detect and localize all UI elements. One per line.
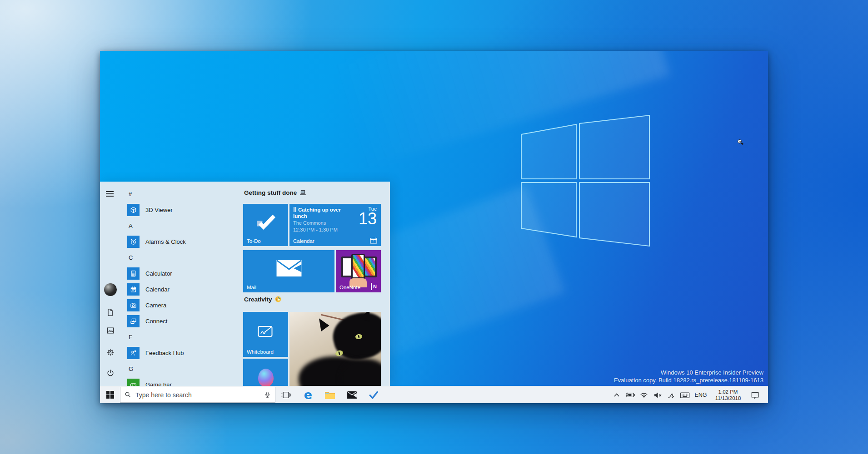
microphone-icon[interactable] xyxy=(264,391,271,399)
battery-charging-icon xyxy=(625,392,635,398)
language-indicator[interactable]: ENG xyxy=(692,392,710,398)
screen: Windows 10 Enterprise Insider Preview Ev… xyxy=(100,51,768,403)
tile-cortana[interactable] xyxy=(243,359,288,386)
tile-label: Mail xyxy=(247,285,256,290)
chevron-up-icon xyxy=(614,393,620,397)
tile-todo[interactable]: To-Do xyxy=(243,204,288,246)
tile-whiteboard[interactable]: Whiteboard xyxy=(243,312,288,357)
app-list-letter[interactable]: G xyxy=(121,361,243,377)
search-input[interactable] xyxy=(135,391,264,399)
onenote-graphic xyxy=(339,254,377,280)
system-tray: ENG 1:02 PM 11/13/2018 xyxy=(610,386,768,403)
task-view-icon xyxy=(281,390,291,400)
search-icon xyxy=(124,391,132,399)
settings-button[interactable] xyxy=(104,346,117,359)
app-row-connect[interactable]: Connect xyxy=(121,313,243,329)
app-list-letter[interactable]: C xyxy=(121,250,243,266)
app-row-feedback-hub[interactable]: Feedback Hub xyxy=(121,345,243,361)
tile-group-header: Getting stuff done xyxy=(244,188,306,197)
pictures-button[interactable] xyxy=(104,324,117,337)
watermark-line1: Windows 10 Enterprise Insider Preview xyxy=(614,369,763,376)
taskbar: e xyxy=(100,386,768,403)
tile-calendar[interactable]: Catching up over lunch The Commons 12:30… xyxy=(289,204,381,246)
tile-group-header: Creativity xyxy=(244,295,281,304)
onenote-logo-icon: N xyxy=(371,283,378,290)
start-app-list: # 3D Viewer A Alarms & Clock C Calculato… xyxy=(121,182,243,386)
tile-label: Calendar xyxy=(293,238,314,244)
start-button[interactable] xyxy=(100,386,120,403)
wifi-button[interactable] xyxy=(637,392,651,399)
app-row-camera[interactable]: Camera xyxy=(121,297,243,313)
hamburger-menu-icon[interactable] xyxy=(106,191,114,197)
cortana-balloon-icon xyxy=(258,369,274,386)
tile-label: To-Do xyxy=(247,238,261,244)
start-menu-rail xyxy=(100,182,121,386)
laptop-emoji-icon xyxy=(299,190,306,196)
desktop-stage: Windows 10 Enterprise Insider Preview Ev… xyxy=(0,0,868,454)
event-location: The Commons xyxy=(293,220,355,226)
calendar-event: Catching up over lunch The Commons 12:30… xyxy=(293,207,355,233)
tray-overflow-button[interactable] xyxy=(610,393,624,397)
edge-button[interactable]: e xyxy=(297,386,319,403)
mail-icon xyxy=(347,391,357,399)
taskbar-search[interactable] xyxy=(120,387,275,403)
watermark-line2: Evaluation copy. Build 18282.rs_prerelea… xyxy=(614,376,763,384)
fork-knife-emoji-icon xyxy=(293,207,297,212)
game-bar-icon xyxy=(129,380,138,386)
action-center-button[interactable] xyxy=(746,391,763,399)
wifi-icon xyxy=(640,392,648,399)
app-row-calculator[interactable]: Calculator xyxy=(121,266,243,281)
touch-keyboard-button[interactable] xyxy=(678,392,692,399)
app-row-3d-viewer[interactable]: 3D Viewer xyxy=(121,202,243,218)
start-menu: # 3D Viewer A Alarms & Clock C Calculato… xyxy=(100,182,390,386)
app-row-game-bar[interactable]: Game bar xyxy=(121,377,243,386)
app-row-calendar[interactable]: Calendar xyxy=(121,281,243,297)
mouse-cursor xyxy=(738,139,743,144)
todo-check-icon xyxy=(369,391,379,399)
pictures-icon xyxy=(106,326,115,335)
task-view-button[interactable] xyxy=(275,386,297,403)
3d-viewer-icon xyxy=(129,206,138,214)
volume-muted-icon xyxy=(653,392,662,399)
tile-onenote[interactable]: OneNote N xyxy=(336,250,381,292)
todo-check-icon xyxy=(256,214,276,230)
file-explorer-button[interactable] xyxy=(319,386,341,403)
gear-icon xyxy=(106,348,115,357)
windows-logo xyxy=(520,114,650,248)
app-list-letter[interactable]: # xyxy=(121,186,243,202)
app-list-letter[interactable]: F xyxy=(121,329,243,345)
start-tiles: Getting stuff done To-Do Catching up ove… xyxy=(243,182,390,386)
taskbar-clock[interactable]: 1:02 PM 11/13/2018 xyxy=(711,389,745,401)
tray-date: 11/13/2018 xyxy=(711,395,745,401)
event-time: 12:30 PM - 1:30 PM xyxy=(293,227,355,233)
keyboard-icon xyxy=(680,392,690,399)
palette-emoji-icon xyxy=(275,296,281,302)
action-center-icon xyxy=(751,391,759,399)
user-avatar[interactable] xyxy=(104,283,117,296)
camera-icon xyxy=(129,301,138,310)
whiteboard-icon xyxy=(258,325,274,338)
connect-icon xyxy=(129,317,138,326)
app-list-letter[interactable]: A xyxy=(121,218,243,234)
tile-mail[interactable]: Mail xyxy=(243,250,334,292)
feedback-hub-icon xyxy=(129,349,138,357)
windows-ink-button[interactable] xyxy=(664,391,678,399)
calendar-date-block: Tue 13 xyxy=(359,206,377,227)
power-icon xyxy=(106,369,115,378)
tray-time: 1:02 PM xyxy=(711,389,745,395)
tile-label: Whiteboard xyxy=(247,349,274,355)
windows-start-icon xyxy=(106,391,114,399)
alarm-clock-icon xyxy=(129,237,138,246)
insider-watermark: Windows 10 Enterprise Insider Preview Ev… xyxy=(614,369,763,384)
volume-button[interactable] xyxy=(651,392,664,399)
power-button[interactable] xyxy=(104,367,117,380)
tile-photo-cat[interactable] xyxy=(289,312,381,386)
app-row-alarms-clock[interactable]: Alarms & Clock xyxy=(121,234,243,250)
day-number: 13 xyxy=(359,211,377,227)
todo-button[interactable] xyxy=(363,386,384,403)
file-explorer-icon xyxy=(324,390,335,400)
mail-envelope-icon xyxy=(276,260,302,276)
mail-button[interactable] xyxy=(341,386,363,403)
documents-button[interactable] xyxy=(104,306,117,319)
battery-button[interactable] xyxy=(624,392,637,398)
